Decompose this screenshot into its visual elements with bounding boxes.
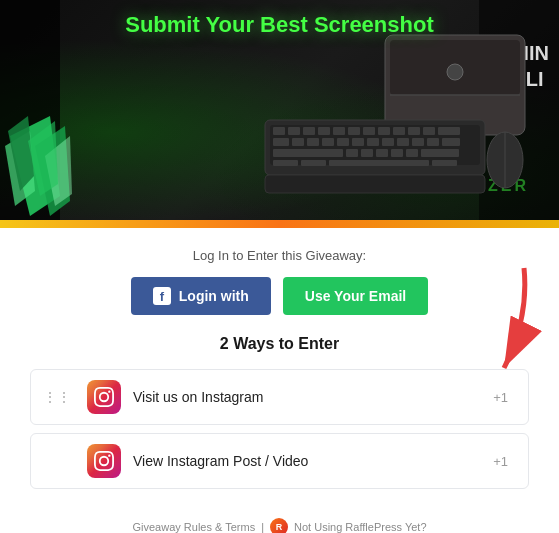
svg-rect-16 xyxy=(333,127,345,135)
svg-rect-29 xyxy=(352,138,364,146)
login-buttons-container: f Login with Use Your Email xyxy=(30,277,529,315)
svg-rect-41 xyxy=(406,149,418,157)
svg-rect-19 xyxy=(378,127,390,135)
svg-rect-37 xyxy=(346,149,358,157)
crystals-decoration xyxy=(0,36,80,220)
svg-rect-40 xyxy=(391,149,403,157)
footer-not-using-text: Not Using RafflePress Yet? xyxy=(294,521,426,533)
svg-rect-21 xyxy=(408,127,420,135)
svg-rect-20 xyxy=(393,127,405,135)
svg-rect-23 xyxy=(438,127,460,135)
svg-rect-45 xyxy=(329,160,429,166)
svg-rect-32 xyxy=(397,138,409,146)
gradient-separator xyxy=(0,220,559,228)
svg-rect-43 xyxy=(273,160,298,166)
svg-rect-28 xyxy=(337,138,349,146)
email-button-label: Use Your Email xyxy=(305,288,406,304)
svg-rect-47 xyxy=(265,175,485,193)
hero-section: AMINRELI xyxy=(0,0,559,220)
email-login-button[interactable]: Use Your Email xyxy=(283,277,428,315)
svg-rect-35 xyxy=(442,138,460,146)
svg-rect-31 xyxy=(382,138,394,146)
svg-rect-30 xyxy=(367,138,379,146)
instagram-icon xyxy=(87,380,121,414)
footer-separator: | xyxy=(261,521,264,533)
footer: Giveaway Rules & Terms | R Not Using Raf… xyxy=(0,504,559,533)
svg-rect-24 xyxy=(273,138,289,146)
svg-rect-36 xyxy=(273,149,343,157)
instagram-icon xyxy=(87,444,121,478)
entry-row: ⋮⋮ View Instagram Post / Video +1 xyxy=(30,433,529,489)
entry-list: ⋮⋮ Visit us on Instagram +1 ⋮⋮ View Inst… xyxy=(30,369,529,489)
svg-rect-42 xyxy=(421,149,459,157)
hero-title: Submit Your Best Screenshot xyxy=(0,12,559,38)
facebook-login-button[interactable]: f Login with xyxy=(131,277,271,315)
login-label: Log In to Enter this Giveaway: xyxy=(30,248,529,263)
svg-rect-38 xyxy=(361,149,373,157)
svg-rect-22 xyxy=(423,127,435,135)
red-arrow-decoration xyxy=(474,258,544,382)
svg-rect-27 xyxy=(322,138,334,146)
svg-rect-17 xyxy=(348,127,360,135)
svg-rect-15 xyxy=(318,127,330,135)
entry-points: +1 xyxy=(493,390,508,405)
svg-rect-39 xyxy=(376,149,388,157)
svg-rect-12 xyxy=(273,127,285,135)
giveaway-rules-link[interactable]: Giveaway Rules & Terms xyxy=(132,521,255,533)
svg-rect-46 xyxy=(432,160,457,166)
entry-text: View Instagram Post / Video xyxy=(133,453,481,469)
entry-text: Visit us on Instagram xyxy=(133,389,481,405)
drag-handle-icon[interactable]: ⋮⋮ xyxy=(43,389,71,405)
ways-to-enter-title: 2 Ways to Enter xyxy=(30,335,529,353)
fb-icon: f xyxy=(153,287,171,305)
facebook-button-label: Login with xyxy=(179,288,249,304)
svg-rect-44 xyxy=(301,160,326,166)
entry-row: ⋮⋮ Visit us on Instagram +1 xyxy=(30,369,529,425)
svg-point-8 xyxy=(447,64,463,80)
svg-rect-18 xyxy=(363,127,375,135)
svg-rect-25 xyxy=(292,138,304,146)
entry-points: +1 xyxy=(493,454,508,469)
rafflepress-logo-icon: R xyxy=(270,518,288,533)
svg-rect-14 xyxy=(303,127,315,135)
svg-rect-13 xyxy=(288,127,300,135)
svg-rect-26 xyxy=(307,138,319,146)
svg-rect-33 xyxy=(412,138,424,146)
svg-rect-34 xyxy=(427,138,439,146)
